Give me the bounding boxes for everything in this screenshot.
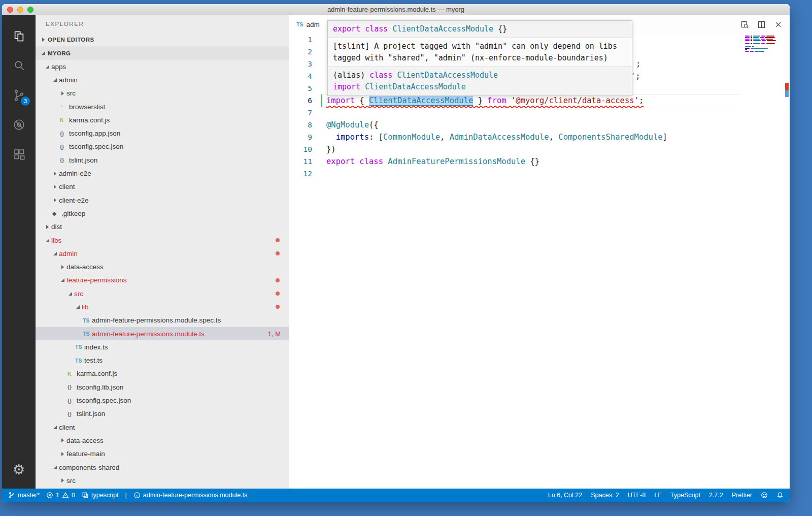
- karma-file-icon: K: [66, 371, 77, 377]
- tree-item-label: admin-e2e: [59, 170, 91, 177]
- tree-folder-src[interactable]: src: [36, 87, 289, 100]
- tree-folder-data-access[interactable]: data-access: [36, 434, 289, 447]
- line-number: 10: [289, 143, 326, 155]
- feedback-smiley-button[interactable]: [761, 492, 768, 499]
- activity-explorer-button[interactable]: [2, 21, 36, 51]
- tree-file-tsconfig.spec.json[interactable]: {}tsconfig.spec.json: [36, 394, 289, 407]
- workspace-section[interactable]: MYORG: [36, 46, 289, 60]
- eol-status[interactable]: LF: [654, 492, 662, 499]
- code-line-12[interactable]: [326, 168, 741, 180]
- close-window-button[interactable]: [7, 7, 13, 13]
- problems-status[interactable]: 1 0: [46, 492, 75, 499]
- activity-source-control-button[interactable]: 3: [2, 80, 36, 110]
- zoom-window-button[interactable]: [27, 7, 33, 13]
- tree-folder-components-shared[interactable]: components-shared: [36, 461, 289, 474]
- editor-actions: [740, 15, 790, 34]
- tree-folder-feature-permissions[interactable]: feature-permissions: [36, 274, 289, 287]
- tree-folder-feature-main[interactable]: feature-main: [36, 447, 289, 461]
- code-token: @NgModule: [326, 120, 369, 130]
- tree-folder-apps[interactable]: apps: [36, 60, 289, 73]
- ts-version-status[interactable]: 2.7.2: [709, 492, 723, 499]
- split-editor-icon[interactable]: [757, 20, 766, 29]
- tree-file-karma.conf.js[interactable]: Kkarma.conf.js: [36, 367, 289, 380]
- modified-dot: [276, 251, 280, 255]
- code-token: class: [365, 24, 388, 34]
- tree-folder-client[interactable]: client: [36, 421, 289, 434]
- braces-file-icon: {}: [59, 144, 69, 150]
- tree-file-test.ts[interactable]: TStest.ts: [36, 354, 289, 367]
- minimap[interactable]: [745, 35, 779, 53]
- minimize-window-button[interactable]: [17, 7, 23, 13]
- tree-folder-dist[interactable]: dist: [36, 220, 289, 234]
- chevron-expanded-icon: [51, 426, 59, 429]
- open-preview-icon[interactable]: [740, 20, 749, 29]
- tree-folder-data-access[interactable]: data-access: [36, 260, 289, 273]
- tree-folder-admin[interactable]: admin: [36, 73, 289, 86]
- files-icon: [12, 29, 26, 43]
- tree-file-tsconfig.spec.json[interactable]: {}tsconfig.spec.json: [36, 140, 289, 153]
- settings-gear-button[interactable]: ⚙: [2, 455, 36, 485]
- tree-file-index.ts[interactable]: TSindex.ts: [36, 340, 289, 353]
- line-number: 1: [289, 34, 326, 46]
- line-number: 7: [289, 107, 326, 119]
- tree-folder-admin[interactable]: admin: [36, 247, 289, 260]
- tree-folder-src[interactable]: src: [36, 287, 289, 300]
- overview-ruler[interactable]: [785, 34, 789, 489]
- tslint-status[interactable]: typescript: [82, 492, 119, 499]
- tree-file-tsconfig.app.json[interactable]: {}tsconfig.app.json: [36, 126, 289, 140]
- status-bar: master* 1 0 typescript |: [2, 489, 790, 502]
- code-area[interactable]: 123456789101112 ;';import { ClientDataAc…: [289, 34, 790, 489]
- code-line-11[interactable]: export class AdminFeaturePermissionsModu…: [326, 155, 741, 168]
- tree-item-label: dist: [51, 223, 62, 231]
- tree-file-tslint.json[interactable]: {}tslint.json: [36, 153, 289, 167]
- code-token: [360, 82, 365, 91]
- git-branch-status[interactable]: master*: [8, 492, 40, 499]
- tree-file-admin-feature-permissions.module.ts[interactable]: TSadmin-feature-permissions.module.ts1, …: [36, 327, 289, 340]
- tree-file-admin-feature-permissions.module.spec.ts[interactable]: TSadmin-feature-permissions.module.spec.…: [36, 314, 289, 327]
- tree-folder-client[interactable]: client: [36, 180, 289, 194]
- tree-file-browserslist[interactable]: ≡browserslist: [36, 100, 289, 113]
- tree-item-label: client: [59, 424, 75, 431]
- tree-file-tsconfig.lib.json[interactable]: {}tsconfig.lib.json: [36, 380, 289, 394]
- chevron-collapsed-icon: [40, 38, 47, 42]
- tree-file-tslint.json[interactable]: {}tslint.json: [36, 407, 289, 421]
- hover-lint-message: [tslint] A project tagged with "admin" c…: [328, 38, 632, 67]
- tree-item-label: data-access: [66, 437, 104, 444]
- code-token: export: [333, 24, 360, 34]
- code-line-7[interactable]: [326, 107, 741, 119]
- activity-debug-button[interactable]: [2, 110, 36, 139]
- code-line-9[interactable]: imports: [CommonModule, AdminDataAccessM…: [326, 131, 741, 143]
- code-line-10[interactable]: }): [326, 143, 741, 155]
- tree-folder-client-e2e[interactable]: client-e2e: [36, 194, 289, 207]
- tree-file-.gitkeep[interactable]: ◈.gitkeep: [36, 207, 289, 220]
- cursor-position-status[interactable]: Ln 6, Col 22: [548, 492, 582, 499]
- code-line-8[interactable]: @NgModule({: [326, 119, 741, 131]
- activity-extensions-button[interactable]: [2, 139, 36, 169]
- tree-folder-admin-e2e[interactable]: admin-e2e: [36, 167, 289, 180]
- encoding-status[interactable]: UTF-8: [628, 492, 646, 499]
- code-token: [383, 157, 388, 166]
- notifications-button[interactable]: [776, 492, 784, 499]
- indentation-status[interactable]: Spaces: 2: [591, 492, 619, 499]
- tree-item-label: tslint.json: [69, 156, 97, 164]
- search-icon: [12, 59, 26, 73]
- tab-admin-feature-permissions-module[interactable]: TS adm: [289, 15, 327, 34]
- close-editor-icon[interactable]: [774, 20, 783, 29]
- tree-item-label: client-e2e: [59, 197, 89, 204]
- open-editors-label: OPEN EDITORS: [48, 37, 94, 43]
- hover-alias-line: (alias) class ClientDataAccessModule: [333, 70, 627, 81]
- activity-search-button[interactable]: [2, 51, 36, 80]
- minimap-row: [745, 52, 779, 53]
- tree-folder-lib[interactable]: lib: [36, 300, 289, 313]
- tree-file-karma.conf.js[interactable]: Kkarma.conf.js: [36, 113, 289, 126]
- code-line-6[interactable]: import { ClientDataAccessModule } from '…: [326, 94, 741, 107]
- open-editors-section[interactable]: OPEN EDITORS: [36, 33, 289, 46]
- tree-folder-src[interactable]: src: [36, 474, 289, 487]
- tree-folder-libs[interactable]: libs: [36, 234, 289, 247]
- code-token: [360, 24, 365, 34]
- file-info-status[interactable]: admin-feature-permissions.module.ts: [133, 492, 248, 499]
- code-token: '@myorg/client/data-access': [511, 96, 639, 105]
- formatter-status[interactable]: Prettier: [732, 492, 752, 499]
- scm-change-badge: 3: [21, 96, 30, 106]
- language-mode-status[interactable]: TypeScript: [670, 492, 700, 499]
